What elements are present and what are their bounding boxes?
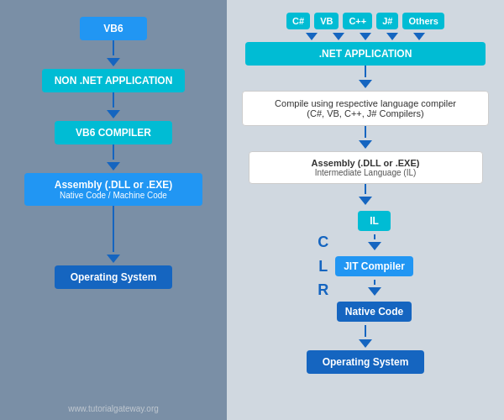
arrow-1 bbox=[107, 40, 120, 69]
right-panel: C# VB C++ J# Others .NET APPLICATION Com… bbox=[227, 0, 504, 420]
clr-content: IL JIT Compiler Native Code bbox=[335, 211, 413, 322]
arrow-lang-3 bbox=[360, 33, 371, 40]
watermark: www.tutorialgateway.org bbox=[68, 404, 159, 413]
net-app-box: .NET APPLICATION bbox=[245, 42, 485, 66]
compile-box: Compile using respective language compil… bbox=[242, 91, 490, 126]
arrow-lang-1 bbox=[306, 33, 318, 40]
arrow-r1 bbox=[359, 66, 372, 91]
right-assembly-box: Assembly (.DLL or .EXE) Intermediate Lan… bbox=[249, 151, 483, 184]
arrow-lang-5 bbox=[413, 33, 425, 40]
arrow-r2 bbox=[359, 126, 372, 151]
right-os-box: Operating System bbox=[307, 350, 424, 374]
lang-jsharp: J# bbox=[376, 13, 398, 29]
il-box: IL bbox=[358, 211, 391, 231]
non-net-app-box: NON .NET APPLICATION bbox=[42, 69, 185, 92]
left-os-box: Operating System bbox=[55, 265, 172, 289]
lang-csharp: C# bbox=[286, 13, 310, 29]
arrow-lang-2 bbox=[333, 33, 344, 40]
arrow-r6 bbox=[359, 325, 372, 350]
left-assembly-box: Assembly (.DLL or .EXE) Native Code / Ma… bbox=[24, 173, 203, 206]
arrow-r5 bbox=[368, 280, 381, 298]
arrow-r3 bbox=[359, 184, 372, 207]
lang-cpp: C++ bbox=[343, 13, 372, 29]
native-box: Native Code bbox=[337, 302, 412, 322]
arrow-lang-4 bbox=[386, 33, 398, 40]
multi-arrows bbox=[306, 33, 425, 40]
left-panel: VB6 NON .NET APPLICATION VB6 COMPILER As… bbox=[0, 0, 227, 420]
clr-section: C L R IL JIT Compiler Native Code bbox=[235, 211, 496, 322]
vb6-compiler-box: VB6 COMPILER bbox=[55, 121, 172, 144]
clr-label: C L R bbox=[318, 230, 328, 302]
lang-vb: VB bbox=[314, 13, 339, 29]
vb6-box: VB6 bbox=[80, 17, 147, 40]
arrow-r4 bbox=[368, 234, 381, 253]
jit-box: JIT Compiler bbox=[335, 256, 413, 276]
arrow-4 bbox=[107, 206, 120, 265]
arrow-2 bbox=[107, 92, 120, 121]
lang-boxes: C# VB C++ J# Others bbox=[286, 13, 444, 29]
lang-others: Others bbox=[402, 13, 444, 29]
arrow-3 bbox=[107, 144, 120, 173]
